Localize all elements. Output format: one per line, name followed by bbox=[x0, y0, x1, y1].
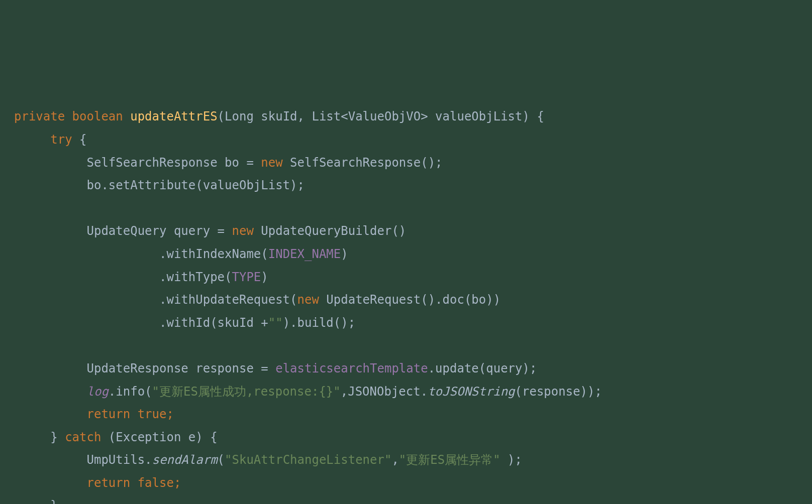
string-literal: "更新ES属性成功,response:{}" bbox=[152, 385, 341, 399]
method-call: .withIndexName( bbox=[159, 247, 268, 261]
code-line: .withType(TYPE) bbox=[14, 270, 268, 284]
method-call: .info( bbox=[109, 385, 152, 399]
type-name: UpdateQuery bbox=[87, 224, 174, 238]
code-line: .withUpdateRequest(new UpdateRequest().d… bbox=[14, 293, 500, 307]
code-line: return true; bbox=[14, 407, 174, 421]
code-line: return false; bbox=[14, 476, 181, 490]
punctuation: } bbox=[50, 498, 57, 504]
punctuation: ( bbox=[218, 109, 225, 123]
method-call: ).build(); bbox=[283, 316, 356, 330]
constant: TYPE bbox=[232, 270, 261, 284]
keyword-new: new bbox=[261, 156, 282, 170]
catch-args: (Exception e) { bbox=[101, 430, 217, 444]
static-method: toJSONString bbox=[428, 385, 515, 399]
function-name: updateAttrES bbox=[130, 109, 217, 123]
code-line: SelfSearchResponse bo = new SelfSearchRe… bbox=[14, 156, 443, 170]
param-type: List<ValueObjVO> bbox=[312, 109, 435, 123]
punctuation: { bbox=[530, 109, 544, 123]
punctuation: (response)); bbox=[515, 385, 602, 399]
keyword-return: return bbox=[87, 476, 131, 490]
code-line: private boolean updateAttrES(Long skuId,… bbox=[14, 109, 544, 123]
constructor: UpdateQueryBuilder() bbox=[254, 224, 406, 238]
keyword-private: private bbox=[14, 109, 65, 123]
punctuation: ) bbox=[523, 109, 530, 123]
variable: response = bbox=[195, 361, 275, 375]
code-line: try { bbox=[14, 133, 87, 147]
keyword-catch: catch bbox=[65, 430, 101, 444]
punctuation: { bbox=[72, 133, 87, 147]
boolean-literal: true; bbox=[130, 407, 174, 421]
punctuation: ,JSONObject. bbox=[341, 385, 428, 399]
method-call: .withUpdateRequest( bbox=[159, 293, 297, 307]
type-name: SelfSearchResponse bbox=[87, 156, 225, 170]
code-line: .withId(skuId +"").build(); bbox=[14, 316, 355, 330]
punctuation: ) bbox=[341, 247, 348, 261]
method-call: .update(query); bbox=[428, 361, 537, 375]
code-block: private boolean updateAttrES(Long skuId,… bbox=[14, 105, 798, 504]
constructor: UpdateRequest().doc(bo)) bbox=[319, 293, 500, 307]
keyword-boolean: boolean bbox=[72, 109, 123, 123]
code-line: UpdateQuery query = new UpdateQueryBuild… bbox=[14, 224, 406, 238]
string-literal: "SkuAttrChangeListener" bbox=[225, 453, 391, 467]
punctuation: , bbox=[297, 109, 312, 123]
keyword-try: try bbox=[50, 133, 72, 147]
keyword-new: new bbox=[232, 224, 253, 238]
keyword-new: new bbox=[297, 293, 319, 307]
class-name: UmpUtils. bbox=[87, 453, 152, 467]
type-name: UpdateResponse bbox=[87, 361, 196, 375]
code-line: .withIndexName(INDEX_NAME) bbox=[14, 247, 348, 261]
static-method: sendAlarm bbox=[152, 453, 218, 467]
punctuation: ; bbox=[435, 156, 442, 170]
variable: bo = bbox=[225, 156, 261, 170]
variable: query = bbox=[174, 224, 232, 238]
method-call: .withType( bbox=[159, 270, 232, 284]
logger: log bbox=[87, 385, 109, 399]
code-line: } catch (Exception e) { bbox=[14, 430, 218, 444]
punctuation: ); bbox=[508, 453, 522, 467]
string-literal: "" bbox=[268, 316, 283, 330]
code-line: } bbox=[14, 498, 58, 504]
keyword-return: return bbox=[87, 407, 131, 421]
code-line: UpdateResponse response = elasticsearchT… bbox=[14, 361, 537, 375]
boolean-literal: false; bbox=[130, 476, 181, 490]
punctuation: ) bbox=[261, 270, 268, 284]
param-name: skuId bbox=[261, 109, 297, 123]
punctuation: ( bbox=[218, 453, 225, 467]
param-name: valueObjList bbox=[435, 109, 522, 123]
code-line: UmpUtils.sendAlarm("SkuAttrChangeListene… bbox=[14, 453, 522, 467]
code-line: bo.setAttribute(valueObjList); bbox=[14, 178, 304, 192]
string-literal: "更新ES属性异常" bbox=[399, 453, 508, 467]
code-line: log.info("更新ES属性成功,response:{}",JSONObje… bbox=[14, 385, 602, 399]
constant: INDEX_NAME bbox=[268, 247, 341, 261]
statement: bo.setAttribute(valueObjList); bbox=[87, 178, 304, 192]
field: elasticsearchTemplate bbox=[275, 361, 428, 375]
constructor: SelfSearchResponse() bbox=[283, 156, 435, 170]
method-call: .withId(skuId + bbox=[159, 316, 268, 330]
punctuation: , bbox=[391, 453, 398, 467]
param-type: Long bbox=[225, 109, 261, 123]
punctuation: } bbox=[50, 430, 65, 444]
